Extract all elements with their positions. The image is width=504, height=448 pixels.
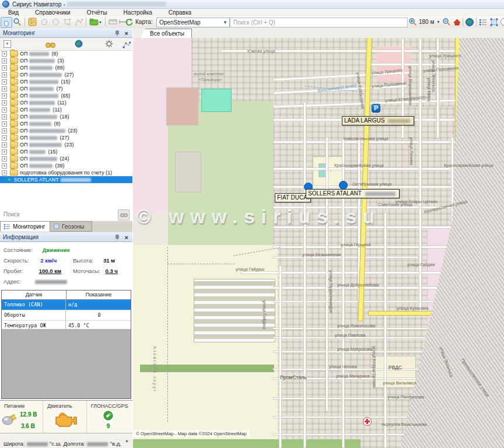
tree-item[interactable]: +ОП(89) bbox=[0, 64, 132, 71]
play-arrow-icon: ▶ bbox=[8, 177, 11, 182]
field-area bbox=[133, 245, 278, 448]
hours-value[interactable]: 0.3 ч bbox=[106, 268, 118, 274]
home-icon bbox=[453, 18, 461, 26]
tree-item[interactable]: +ОП(3) bbox=[0, 57, 132, 64]
binoculars-icon[interactable] bbox=[46, 40, 55, 51]
green-strip bbox=[133, 439, 360, 448]
vehicle-label-lada[interactable]: LADA LARGUS bbox=[342, 116, 414, 125]
expand-icon[interactable]: + bbox=[2, 170, 7, 176]
gnss-satellite-count: 9 bbox=[107, 423, 110, 429]
draw-circle-button[interactable] bbox=[50, 17, 61, 27]
zoom-in-button[interactable] bbox=[407, 17, 418, 27]
expand-icon[interactable]: + bbox=[2, 58, 7, 64]
tree-item[interactable]: +ОП(11) bbox=[0, 99, 132, 106]
map-scale-value[interactable]: 180 м bbox=[419, 19, 434, 25]
expand-icon[interactable]: + bbox=[2, 149, 7, 155]
global-search-input[interactable]: Поиск (Ctrl + Q) bbox=[230, 18, 408, 27]
pan-tool-button[interactable] bbox=[1, 17, 12, 28]
parking-icon[interactable]: P bbox=[372, 104, 380, 113]
mileage-value[interactable]: 100.0 км bbox=[39, 268, 61, 274]
map-canvas[interactable]: Южная улицаулица Урицкогоулица Урицкогоу… bbox=[133, 38, 504, 448]
map-provider-dropdown[interactable]: OpenStreetMap ▼ bbox=[156, 18, 230, 27]
object-list-button[interactable] bbox=[478, 17, 488, 27]
measure-button[interactable] bbox=[107, 17, 118, 27]
sensor-row[interactable]: Обороты0 bbox=[2, 310, 131, 321]
tree-item[interactable]: +ОП(15) bbox=[0, 148, 132, 155]
draw-route-button[interactable] bbox=[74, 17, 84, 27]
tab-monitoring[interactable]: Мониторинг bbox=[0, 221, 50, 232]
history-button[interactable] bbox=[499, 17, 504, 27]
edit-nodes-button[interactable] bbox=[62, 17, 72, 27]
expand-all-button[interactable]: + bbox=[4, 40, 11, 48]
menu-directories[interactable]: Справочники bbox=[27, 9, 79, 16]
expand-icon[interactable]: + bbox=[2, 114, 7, 120]
selection-area-button[interactable] bbox=[489, 17, 499, 27]
admin-boundary bbox=[167, 264, 235, 264]
expand-icon[interactable]: + bbox=[2, 107, 7, 113]
tree-item-count: (11) bbox=[57, 100, 66, 106]
folder-icon bbox=[10, 142, 18, 148]
close-icon[interactable]: × bbox=[125, 29, 128, 38]
hand-icon bbox=[2, 19, 10, 27]
refresh-button[interactable] bbox=[124, 17, 134, 27]
menu-reports[interactable]: Отчёты bbox=[79, 9, 116, 16]
tree-item[interactable]: +ОП(39) bbox=[0, 162, 132, 169]
tree-item[interactable]: +ОП(24) bbox=[0, 155, 132, 162]
expand-icon[interactable]: + bbox=[2, 93, 7, 99]
expand-icon[interactable]: + bbox=[2, 121, 7, 127]
tree-item[interactable]: +ОП(23) bbox=[0, 141, 132, 148]
tree-item[interactable]: +ОП(8) bbox=[0, 120, 132, 127]
tree-item[interactable]: +ОП(8) bbox=[0, 50, 132, 57]
expand-icon[interactable]: + bbox=[2, 65, 7, 71]
chevron-down-icon[interactable]: ▼ bbox=[125, 439, 129, 443]
tree-item[interactable]: +ОП(65) bbox=[0, 92, 132, 99]
tree-item[interactable]: +ОП(23) bbox=[0, 127, 132, 134]
vehicle-label-sollers[interactable]: SOLLERS ATALANT bbox=[306, 189, 400, 198]
tree-item-selected-vehicle[interactable]: ▶ SOLLERS ATLANT bbox=[0, 176, 132, 183]
expand-icon[interactable]: + bbox=[2, 51, 7, 57]
redacted-name bbox=[29, 164, 52, 168]
redacted-name bbox=[29, 94, 58, 98]
select-edit-button[interactable] bbox=[27, 17, 37, 27]
map-tab-all-objects[interactable]: Все объекты bbox=[140, 29, 192, 38]
tree-item[interactable]: +ОП(15) bbox=[0, 78, 132, 85]
home-view-button[interactable] bbox=[452, 17, 462, 27]
folder-icon bbox=[10, 72, 18, 78]
tree-search-input[interactable]: Поиск bbox=[4, 211, 20, 218]
draw-polygon-button[interactable] bbox=[38, 17, 49, 27]
expand-icon[interactable]: + bbox=[2, 72, 7, 78]
expand-icon[interactable]: + bbox=[2, 86, 7, 92]
tree-item[interactable]: +ОП(18) bbox=[0, 113, 132, 120]
tree-item-preparation[interactable]: + подготовка оборудования по счету (1) bbox=[0, 169, 132, 176]
tree-item[interactable]: +ОП(27) bbox=[0, 134, 132, 141]
tree-item[interactable]: +ОП(11) bbox=[0, 106, 132, 113]
tab-geozones[interactable]: Геозоны bbox=[50, 221, 92, 232]
folder-icon bbox=[10, 121, 18, 127]
globe-button[interactable] bbox=[464, 17, 475, 27]
expand-icon[interactable]: + bbox=[2, 135, 7, 141]
track-icon[interactable] bbox=[123, 40, 131, 51]
tree-item[interactable]: +ОП(7) bbox=[0, 85, 132, 92]
gear-icon[interactable] bbox=[105, 40, 113, 50]
expand-icon[interactable]: + bbox=[2, 128, 7, 134]
chevron-down-icon[interactable]: ▼ bbox=[436, 20, 440, 24]
menu-help[interactable]: Справка bbox=[160, 9, 200, 16]
sensor-row[interactable]: Топливо (CAN)н/д bbox=[2, 300, 131, 310]
expand-icon[interactable]: + bbox=[2, 100, 7, 106]
tree-search-button[interactable] bbox=[118, 209, 130, 220]
close-icon[interactable]: × bbox=[125, 233, 128, 243]
map-tabstrip: Все объекты bbox=[133, 28, 504, 38]
menu-settings[interactable]: Настройка bbox=[116, 9, 160, 16]
tree-item-prefix: ОП bbox=[20, 93, 27, 99]
layers-button[interactable] bbox=[88, 17, 103, 27]
expand-icon[interactable]: + bbox=[2, 79, 7, 85]
zoom-out-button[interactable] bbox=[441, 17, 452, 27]
vehicle-marker[interactable] bbox=[339, 181, 348, 190]
menu-view[interactable]: Вид bbox=[0, 9, 27, 16]
zoom-tool-button[interactable] bbox=[12, 17, 22, 27]
tree-item[interactable]: +ОП(27) bbox=[0, 71, 132, 78]
expand-icon[interactable]: + bbox=[2, 142, 7, 148]
globe-show-icon[interactable] bbox=[75, 40, 83, 50]
expand-icon[interactable]: + bbox=[2, 163, 7, 169]
expand-icon[interactable]: + bbox=[2, 156, 7, 162]
